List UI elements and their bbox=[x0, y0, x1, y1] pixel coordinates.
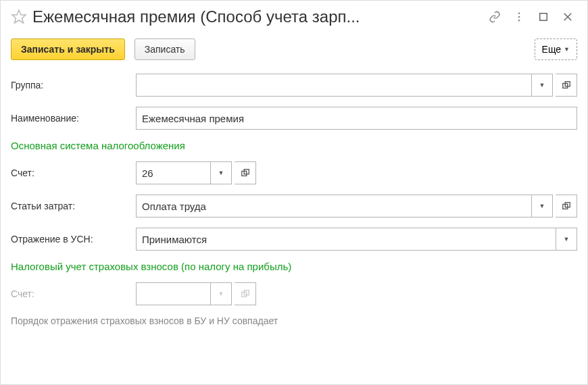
account2-input bbox=[136, 282, 210, 305]
kebab-menu-icon[interactable] bbox=[510, 7, 529, 26]
main-tax-section-label: Основная система налогообложения bbox=[11, 140, 577, 151]
name-input[interactable] bbox=[136, 107, 577, 130]
save-and-close-button[interactable]: Записать и закрыть bbox=[11, 38, 125, 60]
cost-item-label: Статьи затрат: bbox=[11, 201, 136, 211]
save-button[interactable]: Записать bbox=[134, 38, 195, 60]
cost-item-open-button[interactable] bbox=[556, 195, 577, 217]
svg-point-1 bbox=[518, 12, 520, 14]
favorite-star-icon[interactable] bbox=[11, 9, 27, 25]
group-dropdown-button[interactable]: ▼ bbox=[531, 74, 553, 97]
tax-insurance-section-label: Налоговый учет страховых взносов (по нал… bbox=[11, 261, 577, 272]
svg-marker-0 bbox=[12, 10, 26, 23]
maximize-icon[interactable] bbox=[534, 7, 553, 26]
account-dropdown-button[interactable]: ▼ bbox=[210, 161, 232, 184]
account2-dropdown-button: ▼ bbox=[210, 282, 232, 305]
svg-point-2 bbox=[518, 16, 520, 18]
name-label: Наименование: bbox=[11, 113, 136, 124]
cost-item-dropdown-button[interactable]: ▼ bbox=[531, 195, 553, 217]
group-input[interactable] bbox=[136, 74, 531, 97]
usn-label: Отражение в УСН: bbox=[11, 234, 136, 245]
account-label: Счет: bbox=[11, 168, 136, 178]
account-input[interactable] bbox=[136, 161, 210, 184]
window-title: Ежемесячная премия (Способ учета зарп... bbox=[32, 7, 480, 26]
usn-input[interactable] bbox=[136, 228, 556, 251]
account2-open-button bbox=[235, 282, 256, 305]
insurance-info-text: Порядок отражения страховых взносов в БУ… bbox=[11, 315, 577, 326]
chevron-down-icon: ▼ bbox=[564, 46, 570, 53]
close-icon[interactable] bbox=[558, 7, 577, 26]
usn-dropdown-button[interactable]: ▼ bbox=[556, 228, 577, 251]
more-button-label: Еще bbox=[542, 44, 562, 55]
more-button[interactable]: Еще ▼ bbox=[535, 38, 577, 60]
svg-point-3 bbox=[518, 20, 520, 22]
link-icon[interactable] bbox=[485, 7, 504, 26]
group-label: Группа: bbox=[11, 80, 136, 91]
svg-rect-4 bbox=[540, 14, 547, 21]
group-open-button[interactable] bbox=[556, 74, 577, 97]
account-open-button[interactable] bbox=[235, 161, 256, 184]
account2-label: Счет: bbox=[11, 288, 136, 299]
cost-item-input[interactable] bbox=[136, 195, 531, 217]
